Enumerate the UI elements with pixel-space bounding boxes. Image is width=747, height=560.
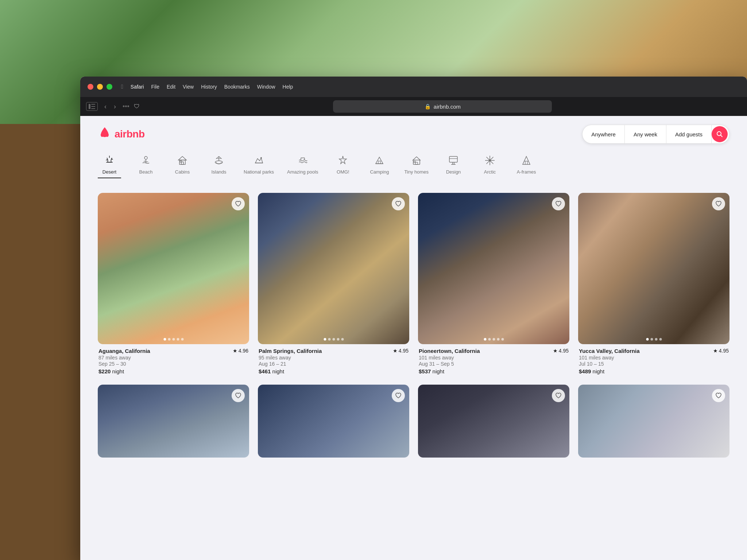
svg-rect-0 [89, 104, 90, 109]
wishlist-button-palm-springs[interactable] [392, 197, 405, 210]
browser-window:  Safari File Edit View History Bookmark… [80, 77, 747, 560]
a-frames-icon [521, 154, 532, 167]
listing-price-aguanga: $220 night [98, 368, 248, 374]
back-button[interactable]: ‹ [102, 101, 109, 112]
logo-text: airbnb [115, 128, 145, 140]
listing-distance-yucca: 101 miles away [579, 355, 729, 361]
category-desert[interactable]: Desert [98, 154, 121, 178]
category-arctic[interactable]: Arctic [478, 154, 502, 178]
listing-card-row2-2[interactable] [258, 385, 409, 461]
listing-rating-yucca: ★ 4.95 [713, 348, 729, 354]
wishlist-button-row2-2[interactable] [392, 389, 405, 402]
islands-icon [213, 154, 224, 167]
svg-point-10 [144, 156, 147, 159]
category-beach-label: Beach [139, 169, 153, 175]
category-national-parks[interactable]: National parks [244, 154, 274, 178]
category-amazing-pools[interactable]: Amazing pools [287, 154, 318, 178]
category-islands[interactable]: Islands [207, 154, 231, 178]
menu-bar: Safari File Edit View History Bookmarks … [131, 84, 293, 90]
add-guests-button[interactable]: Add guests [666, 125, 712, 143]
listing-image-aguanga [98, 193, 249, 344]
menu-history[interactable]: History [201, 84, 217, 90]
menu-edit[interactable]: Edit [167, 84, 175, 90]
minimize-button[interactable] [97, 84, 103, 90]
amazing-pools-icon [297, 154, 308, 167]
search-submit-button[interactable] [712, 126, 728, 142]
listing-card-row2-3[interactable] [418, 385, 569, 461]
image-dots-yucca [646, 338, 662, 341]
menu-safari[interactable]: Safari [131, 84, 144, 90]
address-bar[interactable]: 🔒 airbnb.com [333, 100, 552, 113]
svg-rect-3 [91, 108, 95, 109]
wishlist-button-row2-1[interactable] [232, 389, 245, 402]
listing-rating-palm-springs: ★ 4.95 [393, 348, 409, 354]
listing-info-palm-springs: Palm Springs, California ★ 4.95 95 miles… [258, 348, 409, 374]
listing-card-row2-4[interactable] [578, 385, 729, 461]
listing-card-pioneertown[interactable]: Pioneertown, California ★ 4.95 101 miles… [418, 193, 569, 374]
wishlist-button-row2-3[interactable] [552, 389, 565, 402]
titlebar:  Safari File Edit View History Bookmark… [80, 77, 747, 97]
anywhere-button[interactable]: Anywhere [582, 125, 625, 143]
search-bar[interactable]: Anywhere Any week Add guests [582, 125, 729, 144]
listing-card-palm-springs[interactable]: Palm Springs, California ★ 4.95 95 miles… [258, 193, 409, 374]
image-dots-palm-springs [324, 338, 344, 341]
svg-marker-12 [178, 156, 186, 160]
menu-bookmarks[interactable]: Bookmarks [224, 84, 250, 90]
listing-image-row2-4 [578, 385, 729, 458]
logo-area[interactable]: airbnb [98, 126, 145, 143]
wishlist-button-yucca[interactable] [712, 197, 725, 210]
design-icon [448, 154, 459, 167]
desert-icon [104, 154, 115, 167]
svg-rect-1 [91, 104, 95, 105]
svg-line-7 [721, 135, 723, 137]
category-tiny-homes[interactable]: Tiny homes [404, 154, 429, 178]
maximize-button[interactable] [107, 84, 112, 90]
category-camping[interactable]: Camping [368, 154, 391, 178]
svg-marker-21 [339, 156, 347, 164]
wishlist-button-pioneertown[interactable] [552, 197, 565, 210]
listing-info-aguanga: Aguanga, California ★ 4.96 87 miles away… [98, 348, 249, 374]
category-national-parks-label: National parks [244, 169, 274, 175]
svg-rect-26 [449, 156, 457, 162]
forward-button[interactable]: › [112, 101, 118, 112]
star-icon: ★ [553, 348, 558, 354]
listing-dates-yucca: Jul 10 – 15 [579, 361, 729, 367]
airbnb-logo-icon [98, 126, 112, 143]
nav-buttons: ‹ › [102, 101, 118, 112]
category-cabins[interactable]: Cabins [171, 154, 194, 178]
wishlist-button-row2-4[interactable] [712, 389, 725, 402]
category-tiny-homes-label: Tiny homes [404, 169, 429, 175]
listing-location-aguanga: Aguanga, California [98, 348, 150, 354]
category-desert-label: Desert [102, 169, 116, 175]
star-icon: ★ [713, 348, 718, 354]
category-beach[interactable]: Beach [134, 154, 158, 178]
menu-help[interactable]: Help [283, 84, 293, 90]
listing-card-aguanga[interactable]: Aguanga, California ★ 4.96 87 miles away… [98, 193, 249, 374]
category-omg[interactable]: OMG! [331, 154, 355, 178]
svg-rect-24 [415, 162, 418, 164]
listing-rating-aguanga: ★ 4.96 [233, 348, 248, 354]
category-omg-label: OMG! [337, 169, 349, 175]
listing-image-palm-springs [258, 193, 409, 344]
menu-file[interactable]: File [151, 84, 159, 90]
wishlist-button-aguanga[interactable] [232, 197, 245, 210]
category-a-frames[interactable]: A-frames [515, 154, 538, 178]
listing-location-pioneertown: Pioneertown, California [419, 348, 480, 354]
listing-image-yucca [578, 193, 729, 344]
category-camping-label: Camping [370, 169, 389, 175]
svg-point-5 [106, 133, 109, 137]
category-nav: Desert Beach [98, 154, 729, 181]
sidebar-toggle-button[interactable] [86, 102, 98, 111]
listing-distance-palm-springs: 95 miles away [259, 355, 409, 361]
menu-window[interactable]: Window [257, 84, 275, 90]
menu-view[interactable]: View [183, 84, 194, 90]
header: airbnb Anywhere Any week Add guests [98, 125, 729, 144]
any-week-button[interactable]: Any week [625, 125, 666, 143]
category-design[interactable]: Design [442, 154, 465, 178]
arctic-icon [484, 154, 495, 167]
listing-location-palm-springs: Palm Springs, California [259, 348, 322, 354]
listing-card-yucca[interactable]: Yucca Valley, California ★ 4.95 101 mile… [578, 193, 729, 374]
close-button[interactable] [88, 84, 93, 90]
listing-card-row2-1[interactable] [98, 385, 249, 461]
listing-dates-aguanga: Sep 25 – 30 [98, 361, 248, 367]
